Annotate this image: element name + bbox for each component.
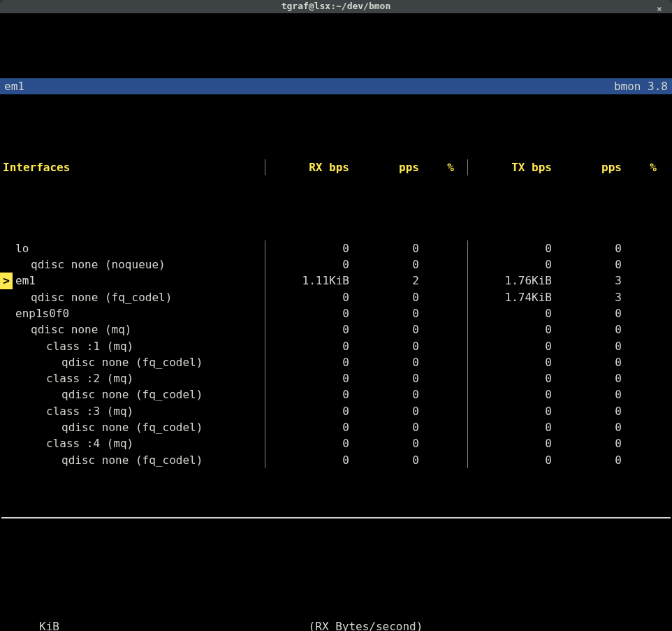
rx-pps: 0 [349, 321, 419, 338]
rx-graph: KiB (RX Bytes/second) 16.07.......|.....… [0, 584, 672, 631]
interface-name: enp1s0f0 [0, 305, 69, 321]
section-divider [1, 517, 671, 518]
rx-bps: 0 [265, 452, 349, 468]
interface-name: class :1 (mq) [0, 338, 133, 354]
top-info-bar: em1 bmon 3.8 [0, 78, 672, 94]
rx-pps: 0 [349, 386, 419, 402]
table-row[interactable]: >em11.11KiB21.76KiB3 [0, 273, 672, 289]
rx-pps: 0 [349, 305, 419, 321]
table-row[interactable]: lo0000 [0, 240, 672, 256]
table-row[interactable]: class :1 (mq)0000 [0, 338, 672, 354]
rx-unit-label: KiB [4, 618, 64, 631]
tx-pps: 0 [552, 452, 622, 468]
tx-pps: 0 [552, 354, 622, 370]
tx-pps: 0 [552, 321, 622, 338]
window-title: tgraf@lsx:~/dev/bmon [282, 0, 391, 13]
tx-bps: 0 [468, 321, 552, 338]
interface-name: qdisc none (fq_codel) [0, 354, 203, 370]
rx-pps: 0 [349, 256, 419, 273]
header-tx-pct: % [622, 159, 657, 175]
rx-pps: 0 [349, 435, 419, 451]
tx-pps: 0 [552, 338, 622, 354]
header-rx-pps: pps [349, 159, 419, 175]
rx-bps: 0 [265, 419, 349, 435]
tx-bps: 0 [468, 435, 552, 451]
tx-bps: 1.74KiB [468, 289, 552, 305]
rx-bps: 0 [265, 403, 349, 419]
rx-pps: 0 [349, 370, 419, 386]
table-row[interactable]: qdisc none (mq)0000 [0, 321, 672, 338]
rx-pps: 0 [349, 452, 419, 468]
tx-pps: 0 [552, 256, 622, 273]
tx-bps: 0 [468, 354, 552, 370]
rx-bps: 0 [265, 256, 349, 273]
table-row[interactable]: qdisc none (fq_codel)0000 [0, 386, 672, 402]
tx-bps: 0 [468, 305, 552, 321]
terminal-window: tgraf@lsx:~/dev/bmon × em1 bmon 3.8 Inte… [0, 0, 672, 631]
tx-bps: 0 [468, 386, 552, 402]
interface-name: class :3 (mq) [0, 403, 133, 419]
interface-name: qdisc none (fq_codel) [0, 419, 203, 435]
window-titlebar[interactable]: tgraf@lsx:~/dev/bmon × [0, 0, 672, 13]
tx-pps: 0 [552, 419, 622, 435]
table-row[interactable]: enp1s0f00000 [0, 305, 672, 321]
table-row[interactable]: qdisc none (fq_codel)0000 [0, 354, 672, 370]
rx-pps: 2 [349, 273, 419, 289]
tx-bps: 0 [468, 419, 552, 435]
rx-bps: 0 [265, 289, 349, 305]
header-rx-bps: RX bps [265, 159, 349, 175]
table-row[interactable]: class :2 (mq)0000 [0, 370, 672, 386]
rx-pps: 0 [349, 403, 419, 419]
tx-bps: 0 [468, 240, 552, 256]
rx-pps: 0 [349, 354, 419, 370]
rx-bps: 0 [265, 305, 349, 321]
rx-pps: 0 [349, 419, 419, 435]
rx-bps: 0 [265, 370, 349, 386]
table-row[interactable]: qdisc none (noqueue)0000 [0, 256, 672, 273]
rx-bps: 0 [265, 435, 349, 451]
terminal-body: em1 bmon 3.8 Interfaces RX bps pps % TX … [0, 13, 672, 631]
rx-bps: 0 [265, 386, 349, 402]
interface-name: qdisc none (mq) [0, 321, 132, 338]
app-version: bmon 3.8 [614, 78, 668, 94]
selection-marker-icon: > [0, 273, 13, 289]
header-interfaces: Interfaces [0, 159, 265, 175]
header-rx-pct: % [419, 159, 454, 175]
interface-table-body: lo0000qdisc none (noqueue)0000>em11.11Ki… [0, 240, 672, 468]
tx-pps: 0 [552, 370, 622, 386]
tx-pps: 0 [552, 403, 622, 419]
tx-bps: 0 [468, 338, 552, 354]
interface-name: class :4 (mq) [0, 435, 133, 451]
table-row[interactable]: qdisc none (fq_codel)0000 [0, 452, 672, 468]
rx-bps: 0 [265, 321, 349, 338]
interface-name: class :2 (mq) [0, 370, 133, 386]
table-row[interactable]: class :4 (mq)0000 [0, 435, 672, 451]
rx-bps: 0 [265, 240, 349, 256]
interface-name: em1 [13, 273, 36, 289]
table-header-row: Interfaces RX bps pps % TX bps pps % [0, 159, 672, 175]
table-row[interactable]: qdisc none (fq_codel)001.74KiB3 [0, 289, 672, 305]
header-tx-bps: TX bps [468, 159, 552, 175]
table-row[interactable]: class :3 (mq)0000 [0, 403, 672, 419]
interface-name: qdisc none (noqueue) [0, 256, 166, 273]
rx-bps: 0 [265, 338, 349, 354]
tx-pps: 3 [552, 273, 622, 289]
rx-bps: 1.11KiB [265, 273, 349, 289]
interface-name: lo [0, 240, 29, 256]
tx-bps: 0 [468, 403, 552, 419]
tx-bps: 0 [468, 370, 552, 386]
header-tx-pps: pps [552, 159, 622, 175]
tx-bps: 1.76KiB [468, 273, 552, 289]
tx-pps: 0 [552, 305, 622, 321]
tx-pps: 0 [552, 435, 622, 451]
interface-name: qdisc none (fq_codel) [0, 452, 203, 468]
tx-bps: 0 [468, 452, 552, 468]
tx-pps: 0 [552, 240, 622, 256]
tx-pps: 3 [552, 289, 622, 305]
table-row[interactable]: qdisc none (fq_codel)0000 [0, 419, 672, 435]
selected-interface-name: em1 [4, 78, 24, 94]
tx-pps: 0 [552, 386, 622, 402]
tx-bps: 0 [468, 256, 552, 273]
rx-pps: 0 [349, 338, 419, 354]
close-icon[interactable]: × [652, 2, 666, 16]
